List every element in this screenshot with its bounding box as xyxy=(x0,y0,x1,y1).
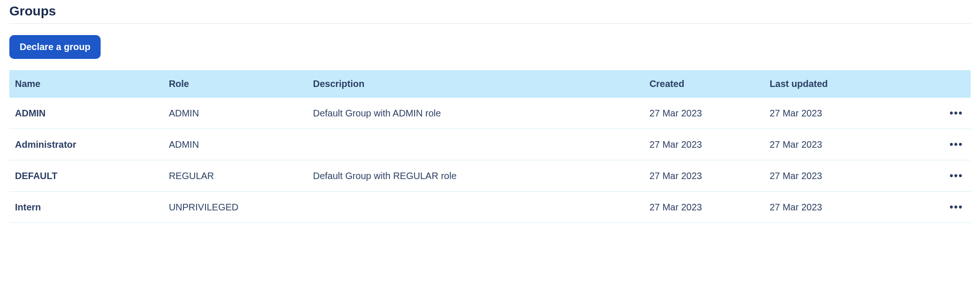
cell-role: REGULAR xyxy=(163,160,307,192)
cell-updated: 27 Mar 2023 xyxy=(764,98,908,129)
table-row: AdministratorADMIN27 Mar 202327 Mar 2023… xyxy=(9,129,971,160)
cell-actions: ••• xyxy=(908,98,971,129)
header-actions xyxy=(908,70,971,98)
cell-description xyxy=(307,192,644,223)
cell-name[interactable]: Administrator xyxy=(9,129,163,160)
cell-actions: ••• xyxy=(908,129,971,160)
cell-updated: 27 Mar 2023 xyxy=(764,192,908,223)
cell-description: Default Group with REGULAR role xyxy=(307,160,644,192)
cell-name[interactable]: DEFAULT xyxy=(9,160,163,192)
groups-table: Name Role Description Created Last updat… xyxy=(9,70,971,223)
table-row: ADMINADMINDefault Group with ADMIN role2… xyxy=(9,98,971,129)
header-description[interactable]: Description xyxy=(307,70,644,98)
cell-role: ADMIN xyxy=(163,129,307,160)
cell-name[interactable]: Intern xyxy=(9,192,163,223)
more-actions-icon[interactable]: ••• xyxy=(948,169,965,183)
cell-name[interactable]: ADMIN xyxy=(9,98,163,129)
cell-updated: 27 Mar 2023 xyxy=(764,160,908,192)
cell-description: Default Group with ADMIN role xyxy=(307,98,644,129)
header-updated[interactable]: Last updated xyxy=(764,70,908,98)
table-row: DEFAULTREGULARDefault Group with REGULAR… xyxy=(9,160,971,192)
header-role[interactable]: Role xyxy=(163,70,307,98)
action-area: Declare a group xyxy=(9,24,971,70)
page-title: Groups xyxy=(9,0,971,24)
cell-created: 27 Mar 2023 xyxy=(644,129,764,160)
cell-actions: ••• xyxy=(908,192,971,223)
cell-created: 27 Mar 2023 xyxy=(644,192,764,223)
cell-created: 27 Mar 2023 xyxy=(644,98,764,129)
table-header-row: Name Role Description Created Last updat… xyxy=(9,70,971,98)
cell-description xyxy=(307,129,644,160)
cell-actions: ••• xyxy=(908,160,971,192)
more-actions-icon[interactable]: ••• xyxy=(948,200,965,214)
cell-role: ADMIN xyxy=(163,98,307,129)
table-row: InternUNPRIVILEGED27 Mar 202327 Mar 2023… xyxy=(9,192,971,223)
declare-group-button[interactable]: Declare a group xyxy=(9,35,101,59)
cell-updated: 27 Mar 2023 xyxy=(764,129,908,160)
cell-created: 27 Mar 2023 xyxy=(644,160,764,192)
more-actions-icon[interactable]: ••• xyxy=(948,137,965,151)
header-name[interactable]: Name xyxy=(9,70,163,98)
more-actions-icon[interactable]: ••• xyxy=(948,106,965,120)
cell-role: UNPRIVILEGED xyxy=(163,192,307,223)
header-created[interactable]: Created xyxy=(644,70,764,98)
